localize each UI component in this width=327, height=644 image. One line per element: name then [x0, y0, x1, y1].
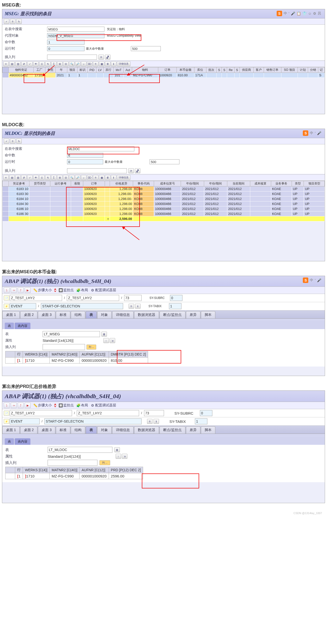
col-btn[interactable]: 列 ... [86, 344, 96, 350]
gt-icon[interactable]: ▥ [15, 61, 21, 66]
dbg-tab[interactable]: 表 [86, 426, 97, 434]
gt-icon[interactable]: ℹ [111, 61, 116, 66]
gt-icon[interactable]: 🔍 [69, 175, 74, 180]
ime-item[interactable]: 🎤 [317, 278, 321, 282]
subtab-table[interactable]: 表 [5, 438, 14, 445]
gt-icon[interactable]: ▦ [99, 175, 104, 180]
dbg-tab[interactable]: 断点/监控点 [160, 426, 186, 434]
step-size-btn[interactable]: 📏步骤大小 [33, 403, 52, 408]
dbg-tab[interactable]: 详细信息 [112, 311, 134, 318]
tb-icon[interactable]: ↻ [16, 138, 22, 144]
gt-icon[interactable]: ⎙ [39, 61, 44, 66]
continue-icon[interactable]: ▶ [25, 403, 31, 408]
gt-icon[interactable]: ⊟ [63, 175, 68, 180]
step-over-icon[interactable]: ⤼ [11, 288, 17, 293]
dbg-tab[interactable]: 对象 [97, 426, 112, 434]
nav-icon[interactable]: ⎘ [128, 304, 134, 309]
ime-item[interactable]: 🎤 [291, 12, 295, 16]
table-name-input[interactable]: LT_MSEG [42, 331, 100, 337]
tb-icon[interactable]: ✓ [4, 19, 9, 24]
dbg-tab[interactable]: 数据浏览器 [134, 311, 159, 318]
nav-icon[interactable]: ⎘ [147, 419, 152, 424]
layout-btn[interactable]: 🧩布局 [76, 288, 88, 292]
info-icon[interactable]: ℹ [154, 419, 159, 424]
search-input[interactable]: MSEG [47, 27, 104, 32]
step-over-icon[interactable]: ⤼ [11, 403, 17, 408]
max-field[interactable]: 500 [150, 159, 180, 164]
gt-icon[interactable]: Σ [51, 61, 56, 66]
ins-input[interactable] [48, 460, 98, 466]
gt-icon[interactable]: ⊞ [57, 175, 62, 180]
gt-icon[interactable]: ≣ [105, 61, 110, 66]
ime-item[interactable]: 中 [310, 278, 313, 282]
ime-item[interactable]: 呂 [318, 11, 321, 16]
sort-icon[interactable]: ↕ [104, 338, 109, 343]
line-field[interactable]: 73 [124, 295, 142, 301]
ime-item[interactable]: 📋 [296, 12, 301, 16]
line-field[interactable]: 73 [144, 410, 164, 416]
delete-icon[interactable]: 🗑 [102, 332, 107, 336]
gt-icon[interactable]: ⌕ [81, 61, 86, 66]
continue-icon[interactable]: ▶ [25, 288, 31, 293]
gt-icon[interactable]: ✓ [27, 175, 33, 180]
event-icon[interactable]: ⚡ [4, 419, 9, 424]
gt-icon[interactable]: 🔎 [75, 175, 80, 180]
add-icon[interactable]: ▞ [135, 168, 140, 173]
detail-btn[interactable]: 详细信息 [117, 61, 130, 66]
prog-icon[interactable]: 📄 [4, 411, 9, 416]
dbg-tab[interactable]: 桌面 1 [2, 311, 20, 318]
gt-icon[interactable]: ≡ [3, 61, 9, 66]
incl-field[interactable]: Z_TEST_LHY2 [77, 410, 139, 416]
refresh-icon[interactable]: ⟳ [128, 168, 134, 173]
delete-icon[interactable]: 🗑 [114, 447, 120, 452]
gt-icon[interactable]: ⌦ [87, 175, 92, 180]
step-into-icon[interactable]: ⤵ [4, 288, 10, 293]
tb-icon[interactable]: ✓ [4, 138, 9, 144]
gt-icon[interactable]: ▥ [15, 175, 21, 180]
dbg-tab[interactable]: 详细信息 [112, 426, 134, 434]
gt-icon[interactable]: ▦ [99, 61, 104, 66]
step-into-icon[interactable]: ⤵ [4, 403, 10, 408]
gt-icon[interactable]: ⎙ [39, 175, 44, 180]
ime-item[interactable]: ' [288, 12, 289, 16]
gt-icon[interactable]: ▤ [9, 175, 15, 180]
gt-icon[interactable]: ℹ [111, 175, 116, 180]
table-name-input[interactable]: LT_MLDOC [48, 447, 112, 453]
gt-icon[interactable]: 👁 [33, 175, 39, 180]
export-icon[interactable]: ⇲ [110, 338, 115, 343]
gt-icon[interactable]: 🔍 [69, 61, 74, 66]
gt-icon[interactable]: 🔎 [75, 61, 80, 66]
dbg-tab[interactable]: 结构 [71, 426, 85, 434]
gt-icon[interactable]: ⊞ [57, 61, 62, 66]
watchpoint-btn[interactable]: 🔲监控点 [58, 403, 74, 408]
gt-icon[interactable]: ⇵ [21, 175, 27, 180]
config-btn[interactable]: ⚙配置调试器层 [90, 288, 116, 292]
gt-icon[interactable]: ≣ [105, 175, 110, 180]
sort-icon[interactable]: ↕ [116, 454, 121, 459]
dbg-tab[interactable]: 结构 [71, 311, 85, 318]
dbg-tab[interactable]: 对象 [97, 311, 112, 318]
prog-field[interactable]: Z_TEST_LHY2 [10, 410, 72, 416]
ime-item[interactable]: 🎤 [317, 131, 321, 135]
tb-icon[interactable]: ⎘ [10, 19, 16, 24]
subtab-content[interactable]: 表内容 [15, 438, 30, 445]
add-icon[interactable]: ▞ [105, 54, 110, 60]
dbg-tab[interactable]: 差异 [186, 426, 200, 434]
mseg-grid[interactable]: 物料凭证工厂参照年项目标识PIDLV原行MvTAut物料订单本币金额库位批次SS… [2, 67, 325, 78]
ins-input[interactable] [42, 344, 85, 350]
dbg-tab[interactable]: 桌面 3 [38, 426, 55, 434]
subtab-content[interactable]: 表内容 [15, 322, 30, 329]
ime-item[interactable]: 中 [310, 131, 313, 136]
dbg-tab[interactable]: 差异 [186, 311, 200, 318]
gt-icon[interactable]: ⌦ [87, 61, 92, 66]
gt-icon[interactable]: ↯ [45, 175, 50, 180]
dbg-tab[interactable]: 桌面 1 [2, 426, 20, 434]
ime-item[interactable]: ' [315, 278, 316, 282]
ime-item[interactable]: ⚙ [313, 12, 316, 16]
subtab-table[interactable]: 表 [5, 322, 14, 329]
gt-icon[interactable]: ↯ [45, 61, 50, 66]
dbg-tab[interactable]: 脚本 [201, 426, 215, 434]
export-icon[interactable]: ⇲ [122, 454, 127, 459]
col-btn[interactable]: 列 ... [100, 460, 110, 465]
tb-icon[interactable]: ⎘ [10, 138, 16, 144]
